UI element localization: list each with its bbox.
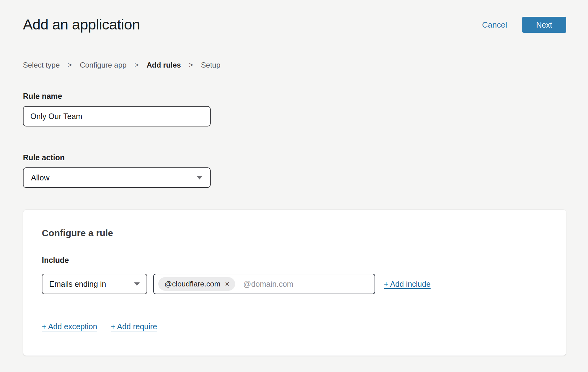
include-condition-select[interactable]: Emails ending in <box>42 274 147 294</box>
page-title: Add an application <box>23 16 140 33</box>
cancel-button[interactable]: Cancel <box>482 20 507 30</box>
breadcrumb-step-select-type[interactable]: Select type <box>23 61 60 69</box>
include-condition-selected-value: Emails ending in <box>49 280 106 289</box>
remove-chip-icon[interactable]: ✕ <box>225 281 230 287</box>
rule-name-label: Rule name <box>23 92 588 100</box>
add-exception-link[interactable]: + Add exception <box>42 322 97 331</box>
breadcrumb-separator: > <box>68 61 72 69</box>
breadcrumb: Select type > Configure app > Add rules … <box>23 61 588 69</box>
email-domain-chip: @cloudflare.com ✕ <box>158 277 235 291</box>
rule-form: Rule name Rule action Allow <box>23 92 588 188</box>
breadcrumb-step-configure-app[interactable]: Configure app <box>80 61 127 69</box>
add-application-page: Add an application Cancel Next Select ty… <box>0 0 588 372</box>
email-domain-chip-label: @cloudflare.com <box>165 280 220 288</box>
add-include-link[interactable]: + Add include <box>384 280 431 289</box>
breadcrumb-separator: > <box>189 61 193 69</box>
include-label: Include <box>42 256 547 264</box>
configure-rule-title: Configure a rule <box>42 228 547 238</box>
email-domain-placeholder: @domain.com <box>243 280 293 289</box>
chevron-down-icon <box>196 176 203 179</box>
chevron-down-icon <box>134 282 140 286</box>
rule-action-selected-value: Allow <box>31 173 50 182</box>
breadcrumb-separator: > <box>134 61 138 69</box>
header-actions: Cancel Next <box>482 17 566 33</box>
email-domain-tag-input[interactable]: @cloudflare.com ✕ @domain.com <box>153 274 375 294</box>
configure-rule-card: Configure a rule Include Emails ending i… <box>23 210 566 356</box>
include-rule-row: Emails ending in @cloudflare.com ✕ @doma… <box>42 274 547 294</box>
breadcrumb-step-setup[interactable]: Setup <box>201 61 221 69</box>
rule-action-label: Rule action <box>23 153 588 162</box>
next-button[interactable]: Next <box>522 17 566 33</box>
rule-action-select[interactable]: Allow <box>23 167 211 188</box>
breadcrumb-step-add-rules[interactable]: Add rules <box>147 61 181 69</box>
page-header: Add an application Cancel Next <box>0 0 588 33</box>
rule-extra-links-row: + Add exception + Add require <box>42 322 547 331</box>
rule-name-input[interactable] <box>23 106 211 126</box>
add-require-link[interactable]: + Add require <box>111 322 157 331</box>
